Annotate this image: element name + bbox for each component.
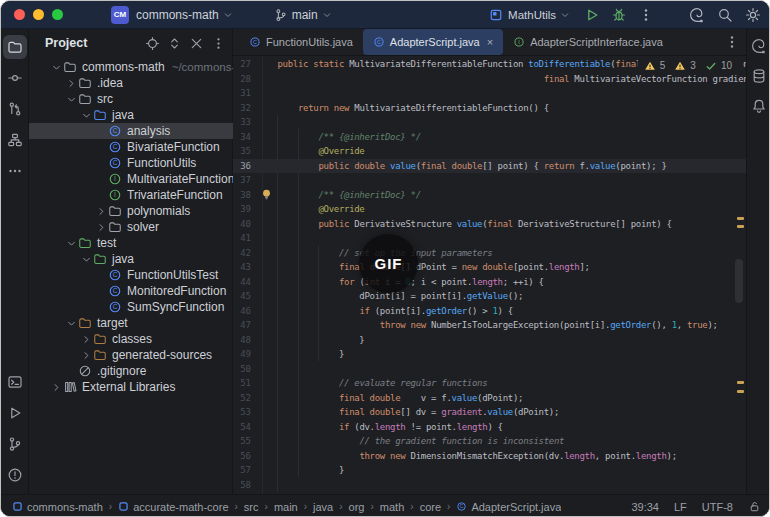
chevron-right-icon[interactable] bbox=[50, 381, 63, 394]
code-line-28[interactable]: 28 final MultivariateVectorFunction grad… bbox=[233, 72, 746, 87]
branch-selector[interactable]: main bbox=[274, 8, 333, 22]
error-stripe-mark[interactable] bbox=[737, 390, 744, 393]
code-line-38[interactable]: 38 /** {@inheritDoc} */ bbox=[233, 188, 746, 203]
more-vertical-button[interactable] bbox=[637, 6, 654, 23]
tool-stripe-more-horizontal-button[interactable] bbox=[3, 159, 27, 183]
code-line-43[interactable]: 43 final double[] dPoint = new double[po… bbox=[233, 260, 746, 275]
tab-adapterscript-java[interactable]: CAdapterScript.java× bbox=[363, 29, 503, 55]
code-line-41[interactable]: 41 bbox=[233, 231, 746, 246]
chevron-right-icon[interactable] bbox=[95, 205, 108, 218]
chevron-down-icon[interactable] bbox=[80, 109, 93, 122]
tree-item-monitoredfunction[interactable]: CMonitoredFunction bbox=[29, 283, 233, 299]
tree-item-java[interactable]: java bbox=[29, 251, 233, 267]
breadcrumb-item-org[interactable]: org bbox=[349, 501, 365, 513]
hide-button[interactable] bbox=[189, 36, 204, 51]
code-line-31[interactable]: 31 bbox=[233, 86, 746, 101]
breadcrumb-item-java[interactable]: java bbox=[313, 501, 333, 513]
tree-item-idea[interactable]: .idea bbox=[29, 75, 233, 91]
tree-item-trivariatefunction[interactable]: ITrivariateFunction bbox=[29, 187, 233, 203]
chevron-down-icon[interactable] bbox=[65, 237, 78, 250]
breadcrumb-item-core[interactable]: core bbox=[420, 501, 441, 513]
code-line-53[interactable]: 53 final double[] dv = gradient.value(dP… bbox=[233, 405, 746, 420]
tree-item-solver[interactable]: solver bbox=[29, 219, 233, 235]
code-line-37[interactable]: 37 bbox=[233, 173, 746, 188]
line-ending[interactable]: LF bbox=[674, 501, 687, 513]
tree-item-java[interactable]: java bbox=[29, 107, 233, 123]
zoom-button[interactable] bbox=[52, 9, 63, 20]
code-line-49[interactable]: 49 } bbox=[233, 347, 746, 362]
tree-item-src[interactable]: src bbox=[29, 91, 233, 107]
minimize-button[interactable] bbox=[33, 9, 44, 20]
tool-stripe-notifications-button[interactable] bbox=[748, 95, 770, 117]
code-line-39[interactable]: 39 @Override bbox=[233, 202, 746, 217]
tree-item-multivariatefunction[interactable]: IMultivariateFunction bbox=[29, 171, 233, 187]
code-line-35[interactable]: 35 @Override bbox=[233, 144, 746, 159]
code-line-56[interactable]: 56 throw new DimensionMismatchException(… bbox=[233, 449, 746, 464]
error-stripe-mark[interactable] bbox=[737, 381, 744, 384]
tab-adapterscriptinterface-java[interactable]: IAdapterScriptInterface.java bbox=[503, 29, 673, 55]
breadcrumb-item-math[interactable]: math bbox=[380, 501, 404, 513]
tree-item-generated-sources[interactable]: generated-sources bbox=[29, 347, 233, 363]
tool-stripe-structure-button[interactable] bbox=[3, 128, 27, 152]
project-selector[interactable]: commons-math bbox=[129, 8, 234, 22]
code-line-47[interactable]: 47 throw new NumberIsTooLargeException(p… bbox=[233, 318, 746, 333]
ai-assistant-button[interactable] bbox=[688, 6, 705, 23]
tree-item-commons-math[interactable]: commons-math~/commons-math bbox=[29, 59, 233, 75]
more-vertical-button[interactable] bbox=[211, 36, 226, 51]
code-line-52[interactable]: 52 final double v = f.value(dPoint); bbox=[233, 391, 746, 406]
expand-collapse-button[interactable] bbox=[167, 36, 182, 51]
breadcrumb-item-adapterscript-java[interactable]: CAdapterScript.java bbox=[456, 501, 561, 513]
search-button[interactable] bbox=[716, 6, 733, 23]
breadcrumb-item-src[interactable]: src bbox=[244, 501, 259, 513]
tool-stripe-commit-button[interactable] bbox=[3, 66, 27, 90]
code-line-51[interactable]: 51 // evaluate regular functions bbox=[233, 376, 746, 391]
chevron-right-icon[interactable] bbox=[80, 333, 93, 346]
tree-item-classes[interactable]: classes bbox=[29, 331, 233, 347]
chevron-right-icon[interactable] bbox=[95, 221, 108, 234]
code-line-42[interactable]: 42 // set up the input parameters bbox=[233, 246, 746, 261]
tree-item-external-libraries[interactable]: External Libraries bbox=[29, 379, 233, 395]
debug-button[interactable] bbox=[610, 6, 627, 23]
tool-stripe-pull-requests-button[interactable] bbox=[3, 97, 27, 121]
run-configuration-selector[interactable]: MathUtils bbox=[489, 8, 571, 22]
code-line-58[interactable]: 58 bbox=[233, 478, 746, 493]
code-line-48[interactable]: 48 } bbox=[233, 333, 746, 348]
code-line-55[interactable]: 55 // the gradient function is inconsist… bbox=[233, 434, 746, 449]
tool-stripe-ai-assistant-button[interactable] bbox=[748, 35, 770, 57]
chevron-down-icon[interactable] bbox=[50, 61, 63, 74]
code-line-32[interactable]: 32 return new MultivariateDifferentiable… bbox=[233, 101, 746, 116]
file-encoding[interactable]: UTF-8 bbox=[702, 501, 733, 513]
code-area[interactable]: 27 public static MultivariateDifferentia… bbox=[233, 57, 746, 494]
locate-button[interactable] bbox=[145, 36, 160, 51]
code-line-57[interactable]: 57 } bbox=[233, 463, 746, 478]
tool-stripe-git-branch-button[interactable] bbox=[3, 432, 27, 456]
chevron-down-icon[interactable] bbox=[65, 93, 78, 106]
editor-scrollbar[interactable] bbox=[735, 259, 743, 303]
tool-stripe-run-tool-button[interactable] bbox=[3, 401, 27, 425]
settings-button[interactable] bbox=[744, 6, 761, 23]
code-line-40[interactable]: 40 public DerivativeStructure value(fina… bbox=[233, 217, 746, 232]
tree-item-gitignore[interactable]: .gitignore bbox=[29, 363, 233, 379]
tree-item-functionutilstest[interactable]: CFunctionUtilsTest bbox=[29, 267, 233, 283]
tab-options-icon[interactable] bbox=[724, 34, 740, 50]
code-line-44[interactable]: 44 for (int i = 0; i < point.length; ++i… bbox=[233, 275, 746, 290]
code-line-45[interactable]: 45 dPoint[i] = point[i].getValue(); bbox=[233, 289, 746, 304]
tree-item-target[interactable]: target bbox=[29, 315, 233, 331]
code-line-33[interactable]: 33 bbox=[233, 115, 746, 130]
inspection-widget[interactable]: 5310 bbox=[638, 58, 743, 73]
caret-position[interactable]: 39:34 bbox=[631, 501, 659, 513]
error-stripe-mark[interactable] bbox=[737, 217, 744, 220]
code-line-46[interactable]: 46 if (point[i].getOrder() > 1) { bbox=[233, 304, 746, 319]
tool-stripe-problems-button[interactable] bbox=[3, 463, 27, 487]
chevron-right-icon[interactable] bbox=[65, 77, 78, 90]
tool-stripe-project-folder-button[interactable] bbox=[3, 35, 27, 59]
breadcrumb-item-commons-math[interactable]: commons-math bbox=[12, 501, 103, 513]
tree-item-functionutils[interactable]: CFunctionUtils bbox=[29, 155, 233, 171]
code-line-36[interactable]: 36 public double value(final double[] po… bbox=[233, 159, 746, 174]
code-line-50[interactable]: 50 bbox=[233, 362, 746, 377]
tree-item-test[interactable]: test bbox=[29, 235, 233, 251]
chevron-down-icon[interactable] bbox=[65, 317, 78, 330]
code-line-54[interactable]: 54 if (dv.length != point.length) { bbox=[233, 420, 746, 435]
close-tab-icon[interactable]: × bbox=[487, 37, 493, 48]
intention-bulb-icon[interactable] bbox=[260, 187, 273, 200]
